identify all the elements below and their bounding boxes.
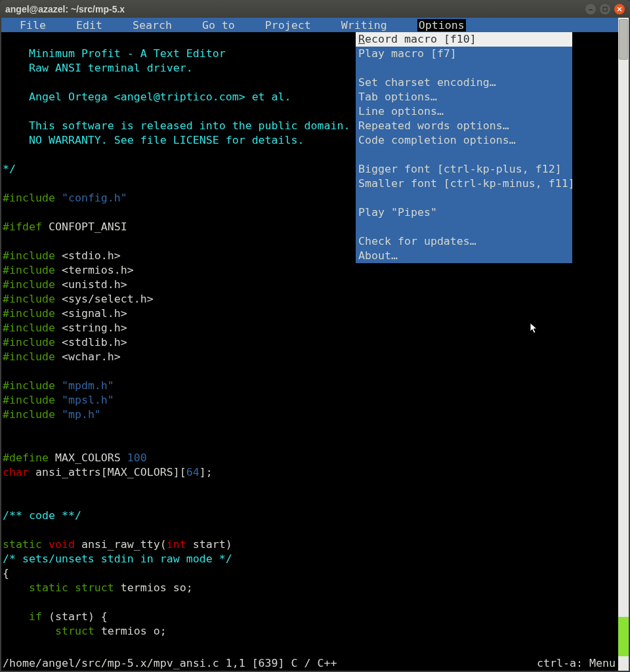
dropdown-item[interactable]: Check for updates… <box>356 234 572 249</box>
code-line: #include <stdlib.h> <box>3 335 617 350</box>
window-title: angel@azazel: ~/src/mp-5.x <box>5 4 585 14</box>
code-line: #include <signal.h> <box>3 306 617 321</box>
code-line: #include "mp.h" <box>3 408 617 422</box>
code-line <box>3 436 617 451</box>
editor-area: File Edit Search Go to Project Writing O… <box>1 18 629 671</box>
dropdown-item[interactable]: Smaller font [ctrl-kp-minus, f11] <box>356 177 572 191</box>
code-line: /* sets/unsets stdin in raw mode */ <box>3 552 617 566</box>
dropdown-item[interactable]: Code completion options… <box>356 133 572 148</box>
dropdown-item[interactable]: Repeated words options… <box>356 119 572 133</box>
dropdown-separator <box>356 191 572 205</box>
code-line <box>3 422 617 436</box>
menu-search[interactable]: Search <box>133 19 186 32</box>
code-line: #include <string.h> <box>3 321 617 335</box>
status-right: ctrl-a: Menu <box>537 656 616 671</box>
code-line <box>3 523 617 537</box>
code-line: #include <sys/select.h> <box>3 292 617 306</box>
maximize-button[interactable] <box>600 4 610 14</box>
dropdown-item[interactable]: Play macro [f7] <box>356 47 572 61</box>
dropdown-separator <box>356 61 572 75</box>
menubar: File Edit Search Go to Project Writing O… <box>1 18 629 32</box>
code-line: if (start) { <box>3 610 617 624</box>
code-line: #include <termios.h> <box>3 263 617 278</box>
dropdown-item[interactable]: Bigger font [ctrl-kp-plus, f12] <box>356 162 572 177</box>
code-line: #include "mpsl.h" <box>3 393 617 408</box>
code-line: #define MAX_COLORS 100 <box>3 451 617 465</box>
menu-project[interactable]: Project <box>265 19 326 32</box>
svg-rect-1 <box>603 7 607 11</box>
menu-goto[interactable]: Go to <box>202 19 249 32</box>
code-line: #include <unistd.h> <box>3 278 617 292</box>
menu-edit[interactable]: Edit <box>76 19 117 32</box>
scrollbar-thumb[interactable] <box>619 19 628 60</box>
dropdown-item[interactable]: Play "Pipes" <box>356 205 572 220</box>
dropdown-item[interactable]: Tab options… <box>356 90 572 104</box>
code-line: { <box>3 566 617 581</box>
code-line: static struct termios so; <box>3 581 617 595</box>
code-line <box>3 480 617 494</box>
window-titlebar: angel@azazel: ~/src/mp-5.x <box>0 0 630 18</box>
dropdown-separator <box>356 220 572 234</box>
code-line: #include <wchar.h> <box>3 350 617 364</box>
code-line <box>3 364 617 379</box>
scrollbar-marker <box>618 617 629 656</box>
status-bar: /home/angel/src/mp-5.x/mpv_ansi.c 1,1 [6… <box>1 656 617 671</box>
minimize-button[interactable] <box>585 4 596 14</box>
menu-options[interactable]: Options <box>417 19 466 32</box>
vertical-scrollbar[interactable] <box>618 18 629 671</box>
code-line <box>3 595 617 610</box>
window-controls <box>585 4 625 14</box>
dropdown-separator <box>356 148 572 162</box>
code-line: static void ansi_raw_tty(int start) <box>3 537 617 552</box>
dropdown-item[interactable]: Record macro [f10] <box>356 32 572 47</box>
options-dropdown: Record macro [f10]Play macro [f7]Set cha… <box>356 32 572 263</box>
menu-file[interactable]: File <box>20 19 60 32</box>
code-line <box>3 494 617 509</box>
code-line: /** code **/ <box>3 509 617 523</box>
code-line: #include "mpdm.h" <box>3 379 617 393</box>
dropdown-item[interactable]: Line options… <box>356 104 572 119</box>
close-button[interactable] <box>614 4 625 14</box>
code-line: struct termios o; <box>3 624 617 639</box>
dropdown-item[interactable]: About… <box>356 249 572 263</box>
code-line: char ansi_attrs[MAX_COLORS][64]; <box>3 465 617 480</box>
menu-writing[interactable]: Writing <box>341 19 402 32</box>
dropdown-item[interactable]: Set charset encoding… <box>356 75 572 90</box>
status-left: /home/angel/src/mp-5.x/mpv_ansi.c 1,1 [6… <box>3 656 537 671</box>
